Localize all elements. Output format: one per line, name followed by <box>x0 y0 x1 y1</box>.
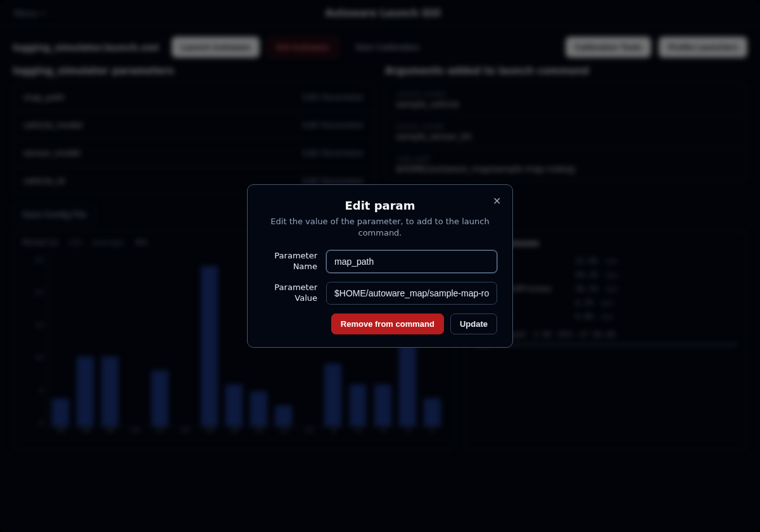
modal-actions: Remove from command Update <box>263 314 497 334</box>
edit-param-modal: ✕ Edit param Edit the value of the param… <box>247 184 513 348</box>
app-window: Menu ▾ Autoware Launch GUI logging_simul… <box>0 0 760 532</box>
param-name-field: Parameter Name <box>263 250 497 273</box>
modal-subtitle: Edit the value of the parameter, to add … <box>263 216 497 239</box>
update-button[interactable]: Update <box>450 314 497 334</box>
modal-overlay[interactable]: ✕ Edit param Edit the value of the param… <box>0 0 760 532</box>
param-value-input[interactable] <box>326 282 497 305</box>
param-name-input[interactable] <box>326 250 497 273</box>
param-name-label: Parameter Name <box>263 251 317 272</box>
modal-title: Edit param <box>263 199 497 212</box>
close-icon[interactable]: ✕ <box>490 194 504 209</box>
param-value-label: Parameter Value <box>263 282 317 304</box>
param-value-field: Parameter Value <box>263 282 497 305</box>
remove-from-command-button[interactable]: Remove from command <box>331 314 444 334</box>
